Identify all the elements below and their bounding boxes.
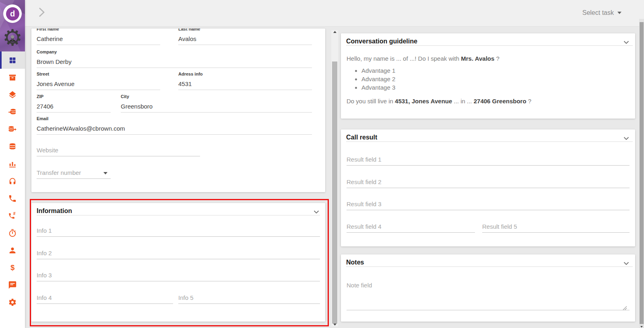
call-result-card: Call result (341, 129, 635, 246)
person-icon (8, 246, 17, 255)
street-label: Street (37, 72, 160, 76)
left-column-scrollbar[interactable] (331, 30, 338, 326)
address-confirm-line: Do you still live in 4531, Jones Avenue … (347, 97, 629, 105)
first-name-label: First name (37, 29, 160, 31)
sidebar-item-phone[interactable] (0, 190, 25, 207)
sidebar-item-headset[interactable] (0, 172, 25, 190)
conversation-guideline-card: Conversation guideline Hello, my name is… (341, 33, 635, 119)
sidebar-item-billing[interactable]: $ (0, 259, 25, 276)
sidebar-item-archive[interactable] (0, 69, 25, 86)
sidebar-item-timer[interactable] (0, 224, 25, 242)
sidebar-item-data-export[interactable] (0, 121, 25, 138)
advantages-list: Advantage 1 Advantage 2 Advantage 3 (347, 66, 629, 92)
dollar-icon: $ (8, 263, 17, 272)
avatar-person-icon (7, 33, 18, 43)
task-selector-label: Select task (582, 9, 614, 16)
timer-icon (8, 229, 17, 238)
collapse-call-result-button[interactable] (623, 135, 629, 142)
contact-city: 27406 Greensboro (474, 98, 526, 105)
page-scrollbar-thumb[interactable] (640, 22, 644, 324)
scrollbar-thumb[interactable] (332, 62, 337, 324)
sidebar-item-dashboard[interactable] (0, 51, 25, 69)
information-card: Information (31, 203, 325, 322)
address-info-label: Adress info (178, 72, 312, 76)
company-label: Company (37, 49, 312, 54)
email-input[interactable] (37, 124, 312, 135)
city-input[interactable] (121, 102, 312, 113)
chevron-down-icon (623, 262, 629, 265)
conversation-script: Hello, my name is ... of ...! Do I speak… (341, 46, 635, 105)
last-name-label: Last name (178, 29, 312, 31)
chevron-right-icon (36, 6, 47, 18)
resize-handle-icon[interactable] (622, 305, 627, 312)
result-field-3-input[interactable] (347, 200, 630, 210)
database-import-icon (8, 108, 17, 117)
zip-input[interactable] (37, 102, 111, 113)
last-name-input[interactable] (178, 35, 312, 45)
notes-title: Notes (346, 259, 364, 266)
svg-text:$: $ (10, 263, 14, 272)
page-scrollbar[interactable] (639, 19, 644, 328)
contact-address: 4531, Jones Avenue (395, 98, 452, 105)
divider (346, 141, 633, 142)
collapse-notes-button[interactable] (623, 260, 629, 267)
note-field-textarea[interactable] (347, 278, 630, 310)
sidebar-item-contact[interactable] (0, 242, 25, 259)
sidebar-item-statistics[interactable] (0, 155, 25, 172)
sidebar-item-dialpad-call[interactable]: # (0, 207, 25, 224)
first-name-input[interactable] (37, 35, 160, 45)
advantage-item: Advantage 2 (361, 75, 629, 83)
result-field-1-input[interactable] (347, 155, 630, 166)
layers-icon (8, 90, 17, 99)
divider (37, 215, 320, 215)
phone-dialpad-icon: # (8, 211, 17, 220)
sidebar-header: d ⚙ (0, 0, 25, 51)
collapse-conversation-button[interactable] (623, 39, 629, 46)
address-info-input[interactable] (178, 80, 312, 90)
call-result-title: Call result (346, 134, 377, 141)
phone-icon (8, 194, 17, 203)
chevron-down-icon (623, 41, 629, 44)
app-logo[interactable]: d (3, 4, 22, 23)
info-3-input[interactable] (37, 271, 320, 281)
zip-label: ZIP (37, 94, 111, 99)
transfer-number-select[interactable] (37, 168, 111, 179)
notes-card: Notes (341, 254, 635, 322)
result-field-5-input[interactable] (482, 222, 630, 233)
collapse-sidebar-button[interactable] (36, 6, 47, 18)
scroll-up-arrow-icon[interactable] (333, 31, 336, 33)
sidebar-item-layers[interactable] (0, 86, 25, 103)
dashboard-grid-icon (8, 56, 17, 64)
sidebar-item-chat[interactable] (0, 276, 25, 293)
sidebar-item-database[interactable] (0, 138, 25, 155)
company-input[interactable] (37, 57, 312, 68)
user-avatar[interactable]: ⚙ (1, 26, 24, 50)
sidebar-item-settings[interactable] (0, 293, 25, 311)
website-input[interactable] (37, 146, 200, 156)
info-1-input[interactable] (37, 226, 320, 237)
info-5-input[interactable] (178, 293, 320, 304)
contact-salutation: Mrs. Avalos (461, 55, 494, 62)
sidebar-item-data-import[interactable] (0, 103, 25, 121)
database-export-icon (8, 125, 17, 134)
chevron-down-icon (314, 210, 319, 214)
city-label: City (121, 94, 312, 99)
result-field-2-input[interactable] (347, 178, 630, 188)
sidebar-nav: # $ (0, 51, 25, 311)
info-2-input[interactable] (37, 249, 320, 259)
chevron-down-icon (623, 137, 629, 140)
database-icon (8, 142, 17, 151)
info-4-input[interactable] (37, 293, 173, 304)
information-title: Information (37, 207, 72, 214)
scroll-down-arrow-icon[interactable] (333, 324, 336, 326)
scroll-down-arrow-icon[interactable] (640, 326, 643, 328)
task-selector[interactable]: Select task (582, 0, 621, 26)
result-field-4-input[interactable] (347, 222, 475, 233)
headset-icon (8, 177, 17, 186)
street-input[interactable] (37, 80, 160, 90)
conversation-header: Conversation guideline (341, 33, 635, 45)
collapse-information-button[interactable] (314, 208, 319, 215)
topbar: Select task (25, 0, 644, 27)
main-content: First name Last name Company Street Adre… (25, 26, 644, 328)
svg-text:#: # (13, 211, 16, 216)
